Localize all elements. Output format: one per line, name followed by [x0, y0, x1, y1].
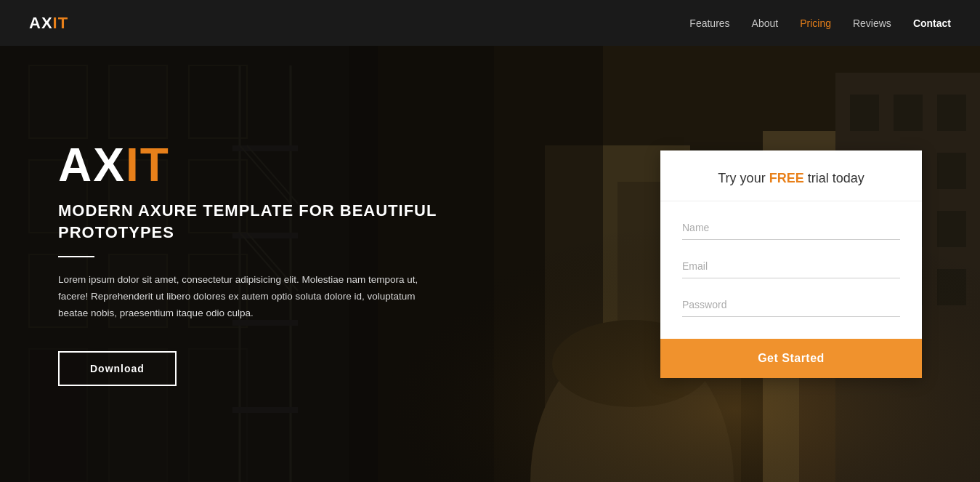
hero-brand: AXIT	[58, 142, 479, 188]
form-title-prefix: Try your	[718, 171, 769, 185]
nav-about[interactable]: About	[752, 17, 779, 29]
hero-divider	[58, 256, 94, 257]
form-title-suffix: trial today	[804, 171, 864, 185]
hero-brand-it: IT	[126, 139, 170, 191]
nav-reviews[interactable]: Reviews	[853, 17, 891, 29]
logo-ax: AX	[29, 14, 53, 32]
navbar: AXIT Features About Pricing Reviews Cont…	[0, 0, 980, 46]
hero-right-content: Try your FREE trial today Get Started	[660, 150, 922, 378]
hero-brand-ax: AX	[58, 139, 126, 191]
hero-left-content: AXIT MODERN AXURE TEMPLATE FOR BEAUTIFUL…	[58, 142, 479, 386]
navbar-links: Features About Pricing Reviews Contact	[689, 17, 951, 29]
form-title-free: FREE	[769, 171, 804, 185]
logo-it: IT	[53, 14, 69, 32]
trial-form-card: Try your FREE trial today Get Started	[660, 150, 922, 378]
email-input[interactable]	[682, 254, 900, 278]
name-input[interactable]	[682, 216, 900, 240]
hero-section: AXIT MODERN AXURE TEMPLATE FOR BEAUTIFUL…	[0, 0, 980, 482]
nav-contact[interactable]: Contact	[913, 17, 951, 29]
hero-tagline: MODERN AXURE TEMPLATE FOR BEAUTIFUL PROT…	[58, 200, 479, 243]
download-button[interactable]: Download	[58, 351, 177, 386]
nav-features[interactable]: Features	[689, 17, 729, 29]
navbar-logo[interactable]: AXIT	[29, 14, 68, 33]
form-header: Try your FREE trial today	[660, 150, 922, 201]
form-body	[660, 201, 922, 339]
hero-description: Lorem ipsum dolor sit amet, consectetur …	[58, 272, 436, 322]
password-input[interactable]	[682, 293, 900, 317]
nav-pricing[interactable]: Pricing	[800, 17, 831, 29]
get-started-button[interactable]: Get Started	[660, 339, 922, 378]
